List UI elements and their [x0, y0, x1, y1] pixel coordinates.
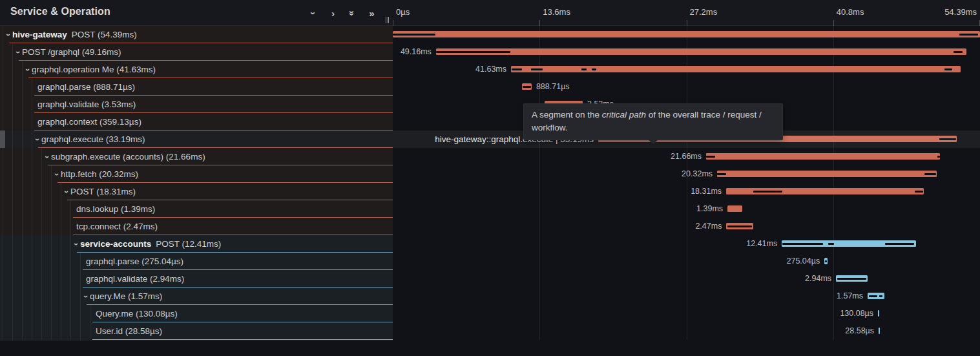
chevron-down-icon[interactable]: › — [81, 288, 90, 305]
span-bar[interactable] — [727, 205, 742, 212]
indent-guide — [22, 305, 23, 322]
indent-guide — [12, 218, 13, 235]
chevron-down-icon[interactable]: › — [62, 183, 70, 200]
indent-guide — [41, 253, 42, 270]
indent-guide — [12, 288, 13, 305]
indent-guide — [22, 113, 23, 131]
indent-guide — [51, 322, 52, 340]
span-row: dns.lookup (1.39ms)1.39ms — [0, 200, 980, 218]
span-row: ›graphql.execute (33.19ms)hive-gateway::… — [0, 131, 980, 148]
critical-path-segment — [782, 243, 823, 245]
span-timeline-cell: 18.31ms — [393, 183, 980, 200]
indent-guide — [12, 235, 13, 253]
chevron-down-icon[interactable]: › — [14, 43, 22, 61]
chevron-right-icon[interactable]: › — [328, 8, 339, 19]
span-tree-item[interactable]: graphql.validate (3.53ms) — [0, 96, 393, 113]
row-focus-indicator — [0, 131, 5, 148]
critical-path-tooltip: A segment on the critical path of the ov… — [523, 103, 783, 140]
double-chevron-down-icon[interactable]: » — [347, 8, 358, 19]
chevron-down-icon[interactable]: › — [33, 131, 41, 148]
chevron-down-icon[interactable]: › — [43, 148, 51, 165]
span-duration-label: 2.94ms — [805, 270, 831, 288]
span-tree-item[interactable]: graphql.context (359.13µs) — [0, 113, 393, 131]
indent-guide — [32, 253, 32, 270]
span-label: graphql.parse (888.71µs) — [37, 78, 135, 96]
span-tree-item[interactable]: ›graphql.operation Me (41.63ms) — [0, 61, 393, 78]
span-tree-item[interactable]: ›service-accountsPOST (12.41ms) — [0, 235, 393, 253]
span-tree-item[interactable]: graphql.parse (888.71µs) — [0, 78, 393, 96]
span-bar[interactable] — [436, 48, 967, 55]
span-tree-item[interactable]: ›POST /graphql (49.16ms) — [0, 43, 393, 61]
tree-controls: ››»» — [308, 0, 377, 26]
span-bar[interactable] — [706, 153, 940, 160]
indent-guide — [3, 148, 3, 165]
indent-guide — [51, 183, 52, 200]
span-tree-item[interactable]: ›subgraph.execute (accounts) (21.66ms) — [0, 148, 393, 165]
span-bar[interactable] — [836, 275, 868, 282]
indent-guide — [3, 200, 3, 218]
span-bar[interactable] — [726, 223, 753, 229]
span-bar[interactable] — [824, 258, 828, 264]
span-tree-item[interactable]: ›graphql.execute (33.19ms) — [0, 131, 393, 148]
span-tree-item[interactable]: User.id (28.58µs) — [0, 322, 393, 340]
column-resize-handle[interactable] — [384, 16, 390, 24]
span-tree-item[interactable]: dns.lookup (1.39ms) — [0, 200, 393, 218]
span-tree-item[interactable]: tcp.connect (2.47ms) — [0, 218, 393, 235]
span-tree-item[interactable]: ›POST (18.31ms) — [0, 183, 393, 200]
span-duration-label: 2.47ms — [695, 218, 722, 235]
span-timeline-cell: 21.66ms — [393, 148, 980, 165]
critical-path-segment — [523, 86, 531, 88]
indent-guide — [41, 148, 42, 165]
indent-guide — [12, 305, 13, 322]
chevron-down-icon[interactable]: › — [52, 165, 61, 183]
span-bar[interactable] — [511, 66, 961, 72]
indent-guide — [3, 322, 3, 340]
time-axis-tick — [687, 20, 687, 26]
indent-guide — [32, 148, 32, 165]
indent-guide — [12, 113, 13, 131]
span-bar[interactable] — [393, 31, 980, 37]
span-row: ›service-accountsPOST (12.41ms)12.41ms — [0, 235, 980, 253]
tooltip-text-pre: A segment on the — [532, 110, 602, 120]
span-duration-label: 888.71µs — [536, 78, 570, 96]
indent-guide — [12, 322, 13, 340]
span-bar[interactable] — [726, 188, 924, 194]
span-tree-item[interactable]: ›http.fetch (20.32ms) — [0, 165, 393, 183]
chevron-down-icon[interactable]: › — [72, 235, 80, 253]
span-tree-item[interactable]: graphql.parse (275.04µs) — [0, 253, 393, 270]
critical-path-segment — [915, 191, 923, 193]
span-row: graphql.validate (3.53ms)3.53ms — [0, 96, 980, 113]
span-label: POST /graphql (49.16ms) — [22, 43, 121, 61]
span-label: tcp.connect (2.47ms) — [76, 218, 158, 235]
span-tree-item[interactable]: ›query.Me (1.57ms) — [0, 288, 393, 305]
indent-guide — [3, 113, 3, 131]
indent-guide — [12, 96, 13, 113]
double-chevron-right-icon[interactable]: » — [366, 8, 377, 19]
chevron-down-icon[interactable]: › — [23, 61, 32, 78]
chevron-down-icon[interactable]: › — [308, 8, 319, 19]
span-tree-item[interactable]: Query.me (130.08µs) — [0, 305, 393, 322]
indent-guide — [70, 270, 71, 288]
span-tree-item[interactable]: ›hive-gatewayPOST (54.39ms) — [0, 26, 393, 43]
indent-guide — [32, 235, 32, 253]
indent-guide — [12, 200, 13, 218]
span-timeline-cell: 1.39ms — [393, 200, 980, 218]
timeline-header: Service & Operation ››»» 0µs13.6ms27.2ms… — [0, 0, 980, 26]
span-bar[interactable] — [717, 171, 937, 177]
span-bar[interactable] — [878, 310, 879, 317]
span-bar[interactable] — [868, 293, 884, 299]
span-bar[interactable] — [522, 83, 532, 90]
span-bar[interactable] — [782, 240, 915, 247]
indent-guide — [3, 165, 3, 183]
span-tree-item[interactable]: graphql.validate (2.94ms) — [0, 270, 393, 288]
span-bar[interactable] — [879, 328, 880, 334]
indent-guide — [32, 218, 32, 235]
indent-guide — [3, 96, 3, 113]
indent-guide — [80, 253, 81, 270]
chevron-down-icon[interactable]: › — [4, 26, 12, 43]
indent-guide — [3, 78, 3, 96]
indent-guide — [22, 148, 23, 165]
indent-guide — [61, 253, 61, 270]
span-service-name: service-accounts — [80, 239, 151, 249]
span-label: query.Me (1.57ms) — [90, 288, 162, 305]
